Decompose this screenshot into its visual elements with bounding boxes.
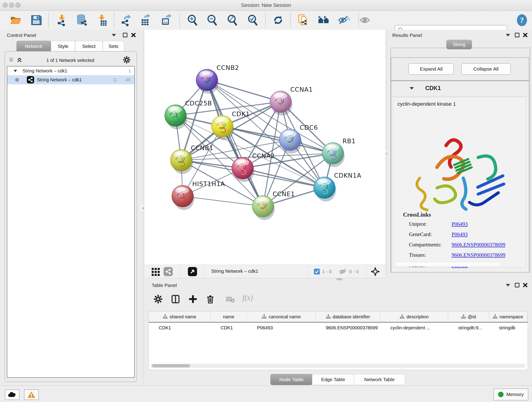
column-header-shared-name[interactable]: shared name [149, 312, 210, 322]
import-network-database-icon[interactable] [75, 13, 88, 27]
grid-view-icon[interactable] [151, 267, 160, 276]
export-table-icon[interactable] [139, 13, 153, 27]
panel-menu-icon[interactable] [112, 34, 116, 36]
panel-menu-icon[interactable] [506, 284, 510, 287]
gene-header-row[interactable]: CDK1 [391, 81, 528, 96]
main-toolbar: ? [0, 11, 532, 30]
cloud-button[interactable] [5, 389, 19, 400]
crosslink-value-link[interactable]: 9606.ENSP00000378699 [452, 252, 505, 258]
memory-label: Memory [506, 392, 524, 397]
column-header-database-identifier[interactable]: database identifier [316, 312, 380, 322]
tab-sets[interactable]: Sets [103, 41, 124, 51]
show-columns-icon[interactable] [171, 294, 181, 304]
table-cell[interactable]: P06493 [247, 325, 316, 331]
network-collection-row[interactable]: String Network – cdk1 1 [7, 66, 134, 75]
refresh-icon[interactable] [272, 13, 285, 27]
hide-selected-icon[interactable] [337, 13, 350, 27]
tab-network[interactable]: Network [17, 41, 51, 51]
float-panel-icon[interactable] [515, 283, 519, 287]
crosslink-value-link[interactable]: 9606.ENSP00000378699 [452, 242, 505, 248]
network-tree: String Network – cdk1 1 String Network –… [7, 66, 135, 378]
table-cell[interactable]: stringdb [489, 325, 527, 331]
crosslink-value-link[interactable]: P06493 [452, 231, 468, 237]
save-session-icon[interactable] [30, 13, 43, 27]
gene-collapse-icon[interactable] [410, 87, 414, 89]
panel-menu-icon[interactable] [506, 34, 510, 36]
tab-edge-table[interactable]: Edge Table [312, 374, 354, 385]
column-header-description[interactable]: description [380, 312, 448, 322]
memory-button[interactable]: Memory [494, 389, 528, 400]
table-cell[interactable]: cyclin-dependent ... [380, 325, 448, 331]
column-header-@id[interactable]: @id [448, 312, 489, 322]
results-hscrollbar[interactable] [395, 262, 500, 267]
network-row[interactable]: String Network – cdk1 11 48 [7, 75, 134, 84]
node-label: CDC6 [300, 124, 318, 131]
tab-style[interactable]: Style [51, 41, 75, 51]
horizontal-splitter-handle[interactable] [336, 278, 342, 280]
left-splitter[interactable] [142, 30, 144, 385]
network-node[interactable] [172, 185, 194, 210]
expand-all-button[interactable]: Expand All [409, 63, 454, 75]
table-panel: Table Panel f(x) shared namenamecanonica… [144, 281, 532, 385]
table-cell[interactable]: 9606.ENSP00000378699 [316, 325, 380, 331]
network-node[interactable] [322, 143, 345, 167]
add-column-icon[interactable] [188, 294, 198, 304]
float-panel-icon[interactable] [123, 33, 127, 37]
selected-checkbox-icon[interactable] [314, 269, 320, 274]
network-options-gear-icon[interactable] [123, 56, 131, 64]
network-from-selection-icon[interactable] [297, 13, 310, 27]
collection-expand-icon[interactable] [13, 70, 17, 72]
first-neighbors-icon[interactable] [317, 13, 330, 27]
detach-view-icon[interactable] [188, 267, 197, 276]
title-bar: Session: New Session [0, 0, 532, 11]
tab-node-table[interactable]: Node Table [270, 374, 312, 385]
collapse-all-button[interactable]: Collapse All [461, 63, 511, 75]
open-session-icon[interactable] [9, 13, 22, 27]
column-header-canonical-name[interactable]: canonical name [247, 312, 316, 322]
network-view-share-icon[interactable] [164, 267, 173, 276]
network-node[interactable] [314, 177, 336, 201]
column-header-label: name [223, 314, 234, 319]
separator [204, 266, 205, 277]
network-node[interactable] [232, 157, 254, 182]
table-row[interactable]: CDK1CDK1P064939606.ENSP00000378699cyclin… [149, 322, 528, 333]
column-header-namespace[interactable]: namespace [489, 312, 527, 322]
network-node[interactable] [252, 196, 275, 220]
table-options-gear-icon[interactable] [153, 294, 163, 304]
node-table: shared namenamecanonical namedatabase id… [148, 311, 528, 370]
table-hscrollbar-thumb[interactable] [152, 364, 190, 367]
export-network-icon[interactable] [120, 13, 133, 27]
import-network-file-icon[interactable] [56, 13, 69, 27]
network-node[interactable] [211, 115, 234, 140]
network-edge[interactable] [183, 196, 263, 206]
float-panel-icon[interactable] [515, 33, 519, 37]
network-node[interactable] [270, 91, 292, 115]
network-node[interactable] [171, 149, 193, 174]
network-node[interactable] [165, 105, 187, 129]
column-header-name[interactable]: name [210, 312, 247, 322]
column-type-icon [262, 314, 267, 319]
network-view-canvas[interactable]: CCNB2CCNA1CDC25BCDK1CDC6RB1CCNB1CCNA2CDK… [144, 30, 385, 265]
crosslink-value-link[interactable]: P06493 [452, 221, 468, 227]
warning-button[interactable] [24, 389, 39, 400]
show-all-icon[interactable] [358, 13, 371, 27]
tab-select[interactable]: Select [75, 41, 103, 51]
network-view-title: String Network – cdk1 [211, 268, 258, 274]
import-table-file-icon[interactable] [96, 13, 109, 27]
network-node[interactable] [196, 69, 219, 94]
birds-eye-crosshair-icon[interactable] [370, 267, 380, 277]
table-hscrollbar-track[interactable] [151, 364, 525, 368]
table-cell[interactable]: CDK1 [210, 325, 247, 331]
table-cell[interactable]: CDK1 [149, 325, 210, 331]
zoom-fit-icon[interactable] [226, 13, 239, 27]
zoom-in-icon[interactable] [186, 13, 199, 27]
column-header-label: @id [468, 314, 476, 319]
tab-string[interactable]: String [446, 40, 472, 49]
export-image-icon[interactable] [160, 13, 173, 27]
table-cell[interactable]: stringdb:9... [448, 325, 489, 331]
help-icon[interactable]: ? [516, 14, 527, 26]
tab-network-table[interactable]: Network Table [354, 374, 405, 385]
zoom-selected-icon[interactable] [246, 13, 260, 27]
zoom-out-icon[interactable] [206, 13, 219, 27]
delete-column-trash-icon[interactable] [205, 294, 215, 304]
